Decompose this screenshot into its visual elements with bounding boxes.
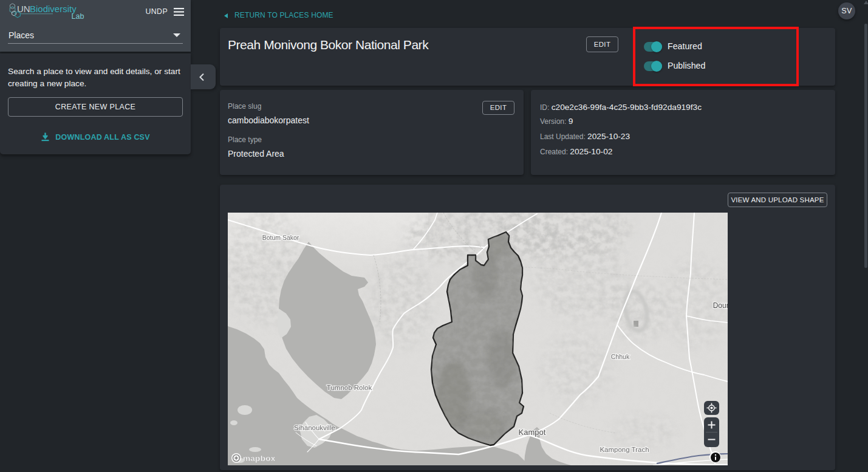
svg-text:UN: UN — [17, 4, 30, 14]
svg-text:Chhuk: Chhuk — [611, 353, 630, 360]
svg-text:Botum Sakor: Botum Sakor — [262, 234, 299, 241]
svg-text:Tumnob Rolok: Tumnob Rolok — [327, 384, 372, 391]
svg-text:Sihanoukville: Sihanoukville — [294, 424, 335, 431]
svg-text:Kampot: Kampot — [519, 428, 546, 437]
svg-text:mapbox: mapbox — [243, 454, 276, 463]
svg-text:Lab: Lab — [72, 12, 84, 21]
svg-text:Kampong Trach: Kampong Trach — [600, 446, 649, 453]
svg-text:Doun: Doun — [713, 301, 728, 310]
svg-text:Biodiversity: Biodiversity — [30, 4, 77, 14]
